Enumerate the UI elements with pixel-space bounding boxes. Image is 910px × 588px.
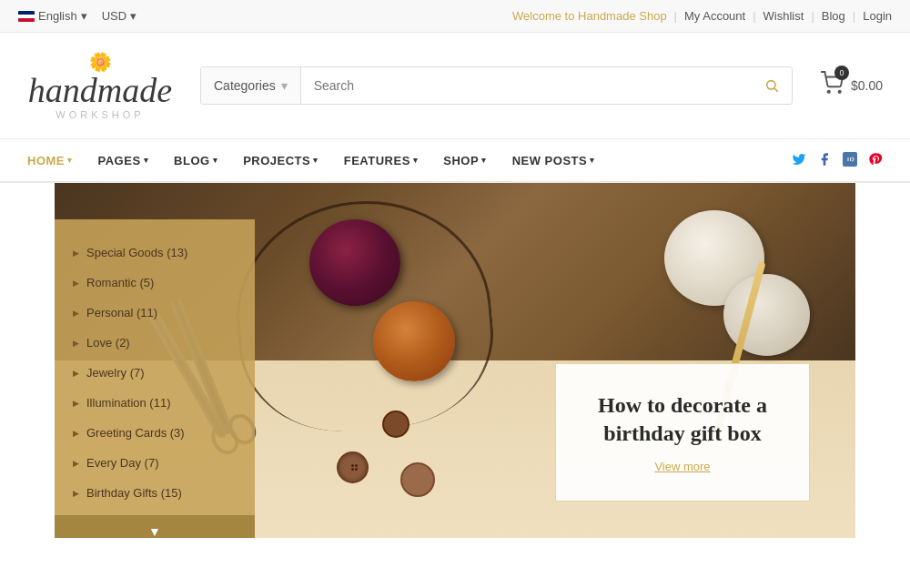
sidebar-item-greeting-cards[interactable]: ▶ Greeting Cards (3) xyxy=(55,418,255,448)
welcome-text: Welcome to Handmade Shop xyxy=(512,9,667,23)
sidebar-item-romantic[interactable]: ▶ Romantic (5) xyxy=(55,268,255,298)
nav-item-home[interactable]: HOME ▾ xyxy=(27,154,73,167)
sidebar-label-jewelry: Jewelry (7) xyxy=(86,366,145,380)
flag-icon xyxy=(18,11,35,22)
hero-title: How to decorate a birthday gift box xyxy=(592,391,773,448)
svg-rect-4 xyxy=(843,152,857,167)
cart-badge: 0 xyxy=(834,66,849,80)
social-links xyxy=(792,152,883,169)
twitter-icon[interactable] xyxy=(792,152,806,169)
my-account-link[interactable]: My Account xyxy=(684,9,745,23)
currency-selector[interactable]: USD ▾ xyxy=(102,9,136,23)
sidebar-label-every-day: Every Day (7) xyxy=(86,456,158,470)
hero-section: ▶ Special Goods (13) ▶ Romantic (5) ▶ Pe… xyxy=(0,183,910,556)
wishlist-link[interactable]: Wishlist xyxy=(763,9,804,23)
logo[interactable]: 🌼 handmade workshop xyxy=(27,51,173,120)
nav-item-features[interactable]: FEATURES ▾ xyxy=(344,154,419,167)
hero-container: ▶ Special Goods (13) ▶ Romantic (5) ▶ Pe… xyxy=(55,183,855,538)
cart-icon-wrapper: 0 xyxy=(820,71,844,100)
facebook-icon[interactable] xyxy=(817,152,832,169)
sidebar-item-birthday-gifts[interactable]: ▶ Birthday Gifts (15) xyxy=(55,478,255,508)
pinterest-icon[interactable] xyxy=(868,152,883,169)
search-bar: Categories ▾ xyxy=(200,66,793,105)
header: 🌼 handmade workshop Categories ▾ 0 $0.00 xyxy=(0,33,910,139)
sidebar-item-illumination[interactable]: ▶ Illumination (11) xyxy=(55,388,255,418)
sidebar-item-special-goods[interactable]: ▶ Special Goods (13) xyxy=(55,238,255,268)
vk-icon[interactable] xyxy=(843,152,857,169)
sidebar-label-special-goods: Special Goods (13) xyxy=(86,246,187,259)
categories-chevron: ▾ xyxy=(281,78,288,93)
categories-dropdown[interactable]: Categories ▾ xyxy=(201,67,301,104)
search-button[interactable] xyxy=(752,67,792,104)
language-label: English xyxy=(38,9,77,23)
nav-item-projects[interactable]: PROJECTS ▾ xyxy=(243,154,318,167)
categories-label: Categories xyxy=(214,78,276,93)
cart-price: $0.00 xyxy=(851,78,883,93)
sidebar-expand-button[interactable]: ▼ xyxy=(55,515,255,538)
expand-icon: ▼ xyxy=(148,524,161,538)
lang-chevron: ▾ xyxy=(81,9,87,23)
logo-sub-text: workshop xyxy=(27,109,173,120)
nav-item-new-posts[interactable]: NEW POSTS ▾ xyxy=(512,154,595,167)
nav-item-shop[interactable]: SHOP ▾ xyxy=(443,154,486,167)
top-bar-right: Welcome to Handmade Shop | My Account | … xyxy=(512,9,892,23)
svg-line-1 xyxy=(774,88,778,92)
svg-point-3 xyxy=(839,91,841,93)
hero-view-more-link[interactable]: View more xyxy=(654,460,710,473)
svg-point-2 xyxy=(828,91,830,93)
sidebar-label-greeting-cards: Greeting Cards (3) xyxy=(86,426,185,440)
language-selector[interactable]: English ▾ xyxy=(18,9,87,23)
search-icon xyxy=(764,78,779,93)
sidebar-label-love: Love (2) xyxy=(86,336,130,350)
svg-point-0 xyxy=(767,81,775,89)
sidebar-item-every-day[interactable]: ▶ Every Day (7) xyxy=(55,448,255,478)
nav-links: HOME ▾ PAGES ▾ BLOG ▾ PROJECTS ▾ FEATURE… xyxy=(27,154,595,167)
cart[interactable]: 0 $0.00 xyxy=(820,71,883,100)
sidebar-label-romantic: Romantic (5) xyxy=(86,276,154,289)
top-bar: English ▾ USD ▾ Welcome to Handmade Shop… xyxy=(0,0,910,33)
nav-item-pages[interactable]: PAGES ▾ xyxy=(98,154,149,167)
sidebar-label-illumination: Illumination (11) xyxy=(86,396,171,410)
hero-text-box: How to decorate a birthday gift box View… xyxy=(555,363,810,502)
blog-link[interactable]: Blog xyxy=(822,9,845,23)
login-link[interactable]: Login xyxy=(863,9,892,23)
sidebar-label-birthday-gifts: Birthday Gifts (15) xyxy=(86,486,182,500)
top-bar-left: English ▾ USD ▾ xyxy=(18,9,136,23)
home-arrow: ▾ xyxy=(67,156,73,165)
sidebar-item-love[interactable]: ▶ Love (2) xyxy=(55,328,255,358)
sidebar-label-personal: Personal (11) xyxy=(86,306,157,319)
nav-bar: HOME ▾ PAGES ▾ BLOG ▾ PROJECTS ▾ FEATURE… xyxy=(0,139,910,183)
sidebar-item-personal[interactable]: ▶ Personal (11) xyxy=(55,298,255,328)
category-sidebar: ▶ Special Goods (13) ▶ Romantic (5) ▶ Pe… xyxy=(55,219,255,538)
sidebar-item-jewelry[interactable]: ▶ Jewelry (7) xyxy=(55,358,255,388)
search-input[interactable] xyxy=(301,67,752,104)
logo-swirl: 🌼 xyxy=(27,51,173,73)
nav-item-blog[interactable]: BLOG ▾ xyxy=(174,154,217,167)
sidebar-arrow-special: ▶ xyxy=(73,248,79,258)
logo-main-text: handmade xyxy=(27,73,173,107)
